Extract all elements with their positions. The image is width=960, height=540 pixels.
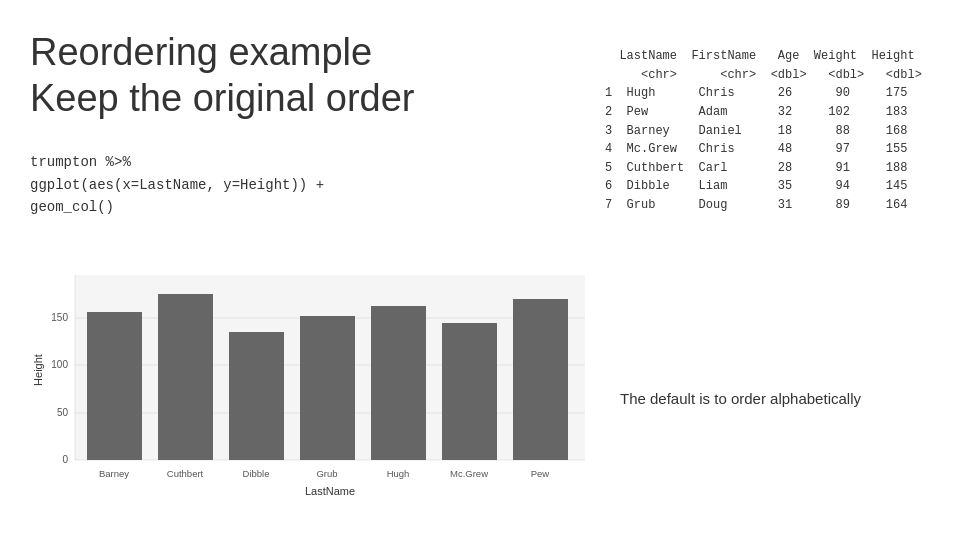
- svg-text:100: 100: [51, 359, 68, 370]
- svg-text:Barney: Barney: [99, 468, 129, 479]
- data-table: LastName FirstName Age Weight Height <ch…: [600, 10, 922, 252]
- table-header: LastName FirstName Age Weight Height <ch…: [600, 47, 922, 214]
- bar-pew: [513, 299, 568, 460]
- bar-mcgrew: [442, 323, 497, 460]
- svg-text:Mc.Grew: Mc.Grew: [450, 468, 488, 479]
- svg-text:LastName: LastName: [305, 485, 355, 497]
- code-block: trumpton %>% ggplot(aes(x=LastName, y=He…: [0, 141, 600, 233]
- svg-text:0: 0: [62, 454, 68, 465]
- svg-text:150: 150: [51, 312, 68, 323]
- bar-hugh: [371, 306, 426, 460]
- left-panel: Reordering example Keep the original ord…: [0, 0, 600, 540]
- bar-grub: [300, 316, 355, 460]
- bar-barney: [87, 312, 142, 460]
- bar-dibble: [229, 332, 284, 460]
- title-line1: Reordering example: [30, 31, 372, 73]
- bar-cuthbert: [158, 294, 213, 460]
- svg-text:Dibble: Dibble: [243, 468, 270, 479]
- bar-chart: 0 50 100 150 Height Barney Cut: [30, 270, 595, 505]
- svg-text:Hugh: Hugh: [387, 468, 410, 479]
- svg-text:50: 50: [57, 407, 69, 418]
- title-area: Reordering example Keep the original ord…: [0, 0, 600, 141]
- svg-text:Cuthbert: Cuthbert: [167, 468, 204, 479]
- svg-text:Height: Height: [32, 354, 44, 386]
- code-line3: geom_col(): [30, 199, 114, 215]
- svg-text:Grub: Grub: [316, 468, 337, 479]
- code-line2: ggplot(aes(x=LastName, y=Height)) +: [30, 177, 324, 193]
- footer-text: The default is to order alphabetically: [620, 390, 861, 407]
- code-line1: trumpton %>%: [30, 154, 131, 170]
- page-title: Reordering example Keep the original ord…: [30, 30, 570, 121]
- chart-container: 0 50 100 150 Height Barney Cut: [30, 270, 595, 505]
- svg-text:Pew: Pew: [531, 468, 550, 479]
- title-line2: Keep the original order: [30, 77, 414, 119]
- right-panel: LastName FirstName Age Weight Height <ch…: [600, 0, 960, 540]
